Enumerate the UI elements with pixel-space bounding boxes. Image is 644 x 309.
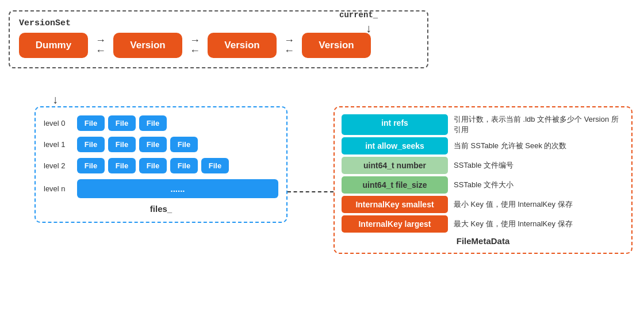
arrow-right-icon: → xyxy=(95,35,106,45)
dashed-line xyxy=(288,191,334,192)
version-node-3: Version xyxy=(302,33,371,58)
arrow-2: → ← xyxy=(182,35,208,56)
file-box: File xyxy=(170,158,198,173)
file-box: File xyxy=(108,115,136,131)
versionset-label: VersionSet xyxy=(19,18,418,28)
level-n-row: level n ...... xyxy=(44,179,278,198)
filemetadata-container: int refs 引用计数，表示当前 .ldb 文件被多少个 Version 所… xyxy=(334,106,632,254)
arrow-left-icon: ← xyxy=(95,45,106,56)
file-box: File xyxy=(170,137,198,152)
meta-desc-filesize: SSTable 文件大小 xyxy=(454,176,624,194)
meta-desc-refs: 引用计数，表示当前 .ldb 文件被多少个 Version 所引用 xyxy=(454,114,624,135)
arrow-3: → ← xyxy=(277,35,302,56)
meta-desc-largest: 最大 Key 值，使用 InternalKey 保存 xyxy=(454,215,624,233)
meta-desc-allow-seeks: 当前 SSTable 允许被 Seek 的次数 xyxy=(454,137,624,154)
current-arrow-icon: ↓ xyxy=(366,22,371,35)
meta-field-filesize: uint64_t file_size xyxy=(342,176,448,194)
meta-field-largest: InternalKey largest xyxy=(342,215,448,233)
version-node-1: Version xyxy=(113,33,182,58)
files-label: files_ xyxy=(44,204,278,214)
meta-row-filesize: uint64_t file_size SSTable 文件大小 xyxy=(342,176,624,194)
level-1-row: level 1 File File File File xyxy=(44,137,278,152)
level-2-label: level 2 xyxy=(44,161,74,170)
down-arrow-icon: ↓ xyxy=(52,93,58,106)
current-label: current_ xyxy=(339,10,378,20)
file-box: File xyxy=(201,158,229,173)
arrow-left-icon-2: ← xyxy=(190,45,200,56)
filemetadata-label: FileMetaData xyxy=(342,236,624,246)
arrow-right-icon-2: → xyxy=(190,35,200,45)
meta-field-smallest: InternalKey smallest xyxy=(342,196,448,213)
file-box: File xyxy=(139,158,167,173)
meta-row-smallest: InternalKey smallest 最小 Key 值，使用 Interna… xyxy=(342,196,624,213)
arrow-left-icon-3: ← xyxy=(284,45,294,56)
version-row: Dummy → ← Version → ← Version → ← Versio… xyxy=(19,33,418,58)
meta-desc-number: SSTable 文件编号 xyxy=(454,157,624,174)
meta-desc-smallest: 最小 Key 值，使用 InternalKey 保存 xyxy=(454,196,624,213)
meta-field-refs: int refs xyxy=(342,114,448,135)
meta-field-allow-seeks: int allow_seeks xyxy=(342,137,448,154)
file-box: File xyxy=(108,158,136,173)
arrow-right-icon-3: → xyxy=(284,35,294,45)
file-box: File xyxy=(77,158,105,173)
file-box: File xyxy=(108,137,136,152)
level-n-bar: ...... xyxy=(77,179,278,198)
meta-row-largest: InternalKey largest 最大 Key 值，使用 Internal… xyxy=(342,215,624,233)
level-1-label: level 1 xyxy=(44,140,74,149)
meta-row-allow-seeks: int allow_seeks 当前 SSTable 允许被 Seek 的次数 xyxy=(342,137,624,154)
meta-row-number: uint64_t number SSTable 文件编号 xyxy=(342,157,624,174)
arrow-1: → ← xyxy=(88,35,113,56)
file-box: File xyxy=(139,115,167,131)
meta-field-number: uint64_t number xyxy=(342,157,448,174)
version-node-2: Version xyxy=(208,33,277,58)
dummy-node: Dummy xyxy=(19,33,88,58)
file-box: File xyxy=(77,115,105,131)
file-box: File xyxy=(139,137,167,152)
level-0-row: level 0 File File File xyxy=(44,115,278,131)
meta-row-refs: int refs 引用计数，表示当前 .ldb 文件被多少个 Version 所… xyxy=(342,114,624,135)
level-n-label: level n xyxy=(44,184,74,193)
files-container: level 0 File File File level 1 File File… xyxy=(34,106,288,223)
level-0-label: level 0 xyxy=(44,119,74,128)
level-2-row: level 2 File File File File File xyxy=(44,158,278,173)
file-box: File xyxy=(77,137,105,152)
